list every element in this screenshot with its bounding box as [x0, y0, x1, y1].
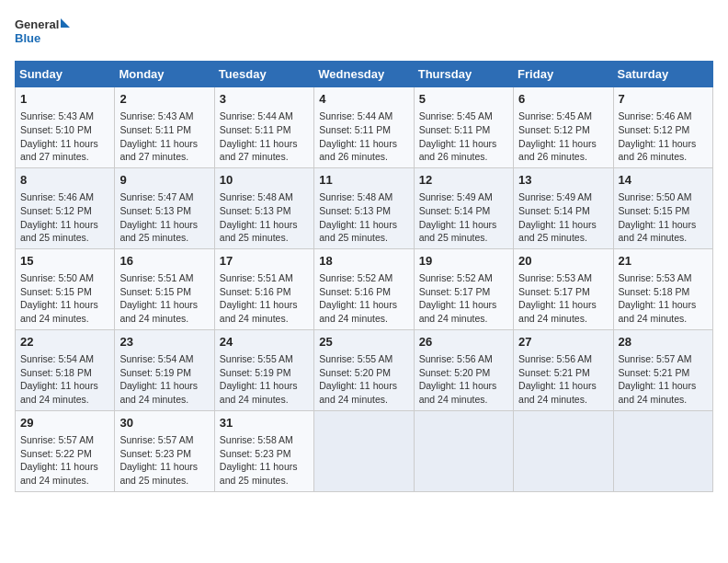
calendar-cell: 30Sunrise: 5:57 AM Sunset: 5:23 PM Dayli… — [115, 410, 214, 491]
calendar-cell: 1Sunrise: 5:43 AM Sunset: 5:10 PM Daylig… — [16, 87, 115, 168]
day-number: 21 — [619, 253, 708, 270]
day-info: Sunrise: 5:53 AM Sunset: 5:17 PM Dayligh… — [518, 271, 608, 326]
day-info: Sunrise: 5:46 AM Sunset: 5:12 PM Dayligh… — [20, 190, 109, 245]
calendar-cell: 19Sunrise: 5:52 AM Sunset: 5:17 PM Dayli… — [414, 248, 513, 329]
calendar-cell: 16Sunrise: 5:51 AM Sunset: 5:15 PM Dayli… — [115, 248, 214, 329]
day-info: Sunrise: 5:51 AM Sunset: 5:15 PM Dayligh… — [119, 271, 209, 326]
day-number: 22 — [20, 334, 109, 350]
day-number: 6 — [518, 91, 608, 108]
svg-marker-2 — [61, 18, 70, 28]
header-thursday: Thursday — [414, 62, 513, 87]
day-info: Sunrise: 5:44 AM Sunset: 5:11 PM Dayligh… — [319, 109, 408, 164]
page-header: General Blue — [15, 15, 713, 53]
day-number: 24 — [220, 334, 309, 350]
day-info: Sunrise: 5:45 AM Sunset: 5:12 PM Dayligh… — [518, 109, 608, 164]
day-number: 19 — [419, 253, 508, 270]
day-number: 16 — [119, 253, 209, 270]
calendar-cell: 20Sunrise: 5:53 AM Sunset: 5:17 PM Dayli… — [514, 248, 613, 329]
calendar-cell: 6Sunrise: 5:45 AM Sunset: 5:12 PM Daylig… — [514, 87, 613, 168]
calendar-cell: 12Sunrise: 5:49 AM Sunset: 5:14 PM Dayli… — [414, 167, 513, 248]
calendar-cell: 31Sunrise: 5:58 AM Sunset: 5:23 PM Dayli… — [214, 410, 313, 491]
calendar-cell: 26Sunrise: 5:56 AM Sunset: 5:20 PM Dayli… — [414, 329, 513, 410]
calendar-cell: 25Sunrise: 5:55 AM Sunset: 5:20 PM Dayli… — [314, 329, 414, 410]
day-number: 5 — [419, 91, 508, 108]
day-info: Sunrise: 5:50 AM Sunset: 5:15 PM Dayligh… — [619, 190, 708, 245]
day-info: Sunrise: 5:56 AM Sunset: 5:21 PM Dayligh… — [518, 352, 608, 407]
calendar-table: SundayMondayTuesdayWednesdayThursdayFrid… — [15, 61, 713, 492]
day-info: Sunrise: 5:57 AM Sunset: 5:21 PM Dayligh… — [619, 352, 708, 407]
day-number: 8 — [20, 172, 109, 189]
day-number: 31 — [220, 415, 309, 431]
day-info: Sunrise: 5:43 AM Sunset: 5:10 PM Dayligh… — [20, 109, 109, 164]
calendar-cell: 11Sunrise: 5:48 AM Sunset: 5:13 PM Dayli… — [314, 167, 414, 248]
calendar-cell: 4Sunrise: 5:44 AM Sunset: 5:11 PM Daylig… — [314, 87, 414, 168]
day-number: 20 — [518, 253, 608, 270]
header-wednesday: Wednesday — [314, 62, 414, 87]
calendar-cell: 3Sunrise: 5:44 AM Sunset: 5:11 PM Daylig… — [214, 87, 313, 168]
day-number: 4 — [319, 91, 408, 108]
day-info: Sunrise: 5:48 AM Sunset: 5:13 PM Dayligh… — [220, 190, 309, 245]
day-number: 10 — [220, 172, 309, 189]
calendar-cell: 8Sunrise: 5:46 AM Sunset: 5:12 PM Daylig… — [16, 167, 115, 248]
calendar-week-2: 8Sunrise: 5:46 AM Sunset: 5:12 PM Daylig… — [16, 167, 713, 248]
day-number: 1 — [20, 91, 109, 108]
day-number: 13 — [518, 172, 608, 189]
day-info: Sunrise: 5:56 AM Sunset: 5:20 PM Dayligh… — [419, 352, 508, 407]
day-info: Sunrise: 5:55 AM Sunset: 5:20 PM Dayligh… — [319, 352, 408, 407]
calendar-cell: 28Sunrise: 5:57 AM Sunset: 5:21 PM Dayli… — [613, 329, 712, 410]
calendar-cell: 10Sunrise: 5:48 AM Sunset: 5:13 PM Dayli… — [214, 167, 313, 248]
day-number: 25 — [319, 334, 408, 350]
day-number: 2 — [119, 91, 209, 108]
calendar-week-4: 22Sunrise: 5:54 AM Sunset: 5:18 PM Dayli… — [16, 329, 713, 410]
day-number: 9 — [119, 172, 209, 189]
day-info: Sunrise: 5:58 AM Sunset: 5:23 PM Dayligh… — [220, 433, 309, 488]
calendar-cell: 24Sunrise: 5:55 AM Sunset: 5:19 PM Dayli… — [214, 329, 313, 410]
day-info: Sunrise: 5:52 AM Sunset: 5:17 PM Dayligh… — [419, 271, 508, 326]
calendar-cell: 13Sunrise: 5:49 AM Sunset: 5:14 PM Dayli… — [514, 167, 613, 248]
calendar-cell: 29Sunrise: 5:57 AM Sunset: 5:22 PM Dayli… — [16, 410, 115, 491]
day-number: 30 — [119, 415, 209, 431]
calendar-cell: 21Sunrise: 5:53 AM Sunset: 5:18 PM Dayli… — [613, 248, 712, 329]
calendar-cell — [514, 410, 613, 491]
calendar-cell: 15Sunrise: 5:50 AM Sunset: 5:15 PM Dayli… — [16, 248, 115, 329]
day-info: Sunrise: 5:55 AM Sunset: 5:19 PM Dayligh… — [220, 352, 309, 407]
svg-text:General: General — [15, 17, 59, 31]
day-number: 18 — [319, 253, 408, 270]
calendar-cell — [414, 410, 513, 491]
calendar-week-5: 29Sunrise: 5:57 AM Sunset: 5:22 PM Dayli… — [16, 410, 713, 491]
calendar-cell: 18Sunrise: 5:52 AM Sunset: 5:16 PM Dayli… — [314, 248, 414, 329]
day-number: 29 — [20, 415, 109, 431]
calendar-cell: 22Sunrise: 5:54 AM Sunset: 5:18 PM Dayli… — [16, 329, 115, 410]
calendar-cell: 5Sunrise: 5:45 AM Sunset: 5:11 PM Daylig… — [414, 87, 513, 168]
svg-text:Blue: Blue — [15, 31, 40, 45]
day-info: Sunrise: 5:48 AM Sunset: 5:13 PM Dayligh… — [319, 190, 408, 245]
calendar-cell: 7Sunrise: 5:46 AM Sunset: 5:12 PM Daylig… — [613, 87, 712, 168]
calendar-cell — [314, 410, 414, 491]
header-monday: Monday — [115, 62, 214, 87]
day-info: Sunrise: 5:49 AM Sunset: 5:14 PM Dayligh… — [518, 190, 608, 245]
day-number: 26 — [419, 334, 508, 350]
day-number: 27 — [518, 334, 608, 350]
calendar-cell: 14Sunrise: 5:50 AM Sunset: 5:15 PM Dayli… — [613, 167, 712, 248]
calendar-cell: 9Sunrise: 5:47 AM Sunset: 5:13 PM Daylig… — [115, 167, 214, 248]
header-tuesday: Tuesday — [214, 62, 313, 87]
calendar-cell: 27Sunrise: 5:56 AM Sunset: 5:21 PM Dayli… — [514, 329, 613, 410]
day-number: 7 — [619, 91, 708, 108]
day-info: Sunrise: 5:46 AM Sunset: 5:12 PM Dayligh… — [619, 109, 708, 164]
calendar-cell: 23Sunrise: 5:54 AM Sunset: 5:19 PM Dayli… — [115, 329, 214, 410]
day-number: 17 — [220, 253, 309, 270]
calendar-cell: 17Sunrise: 5:51 AM Sunset: 5:16 PM Dayli… — [214, 248, 313, 329]
day-info: Sunrise: 5:54 AM Sunset: 5:18 PM Dayligh… — [20, 352, 109, 407]
header-saturday: Saturday — [613, 62, 712, 87]
calendar-cell: 2Sunrise: 5:43 AM Sunset: 5:11 PM Daylig… — [115, 87, 214, 168]
day-info: Sunrise: 5:57 AM Sunset: 5:23 PM Dayligh… — [119, 433, 209, 488]
logo: General Blue — [15, 15, 70, 53]
day-number: 12 — [419, 172, 508, 189]
calendar-cell — [613, 410, 712, 491]
day-number: 14 — [619, 172, 708, 189]
day-number: 15 — [20, 253, 109, 270]
day-info: Sunrise: 5:50 AM Sunset: 5:15 PM Dayligh… — [20, 271, 109, 326]
day-number: 28 — [619, 334, 708, 350]
day-info: Sunrise: 5:53 AM Sunset: 5:18 PM Dayligh… — [619, 271, 708, 326]
day-info: Sunrise: 5:49 AM Sunset: 5:14 PM Dayligh… — [419, 190, 508, 245]
